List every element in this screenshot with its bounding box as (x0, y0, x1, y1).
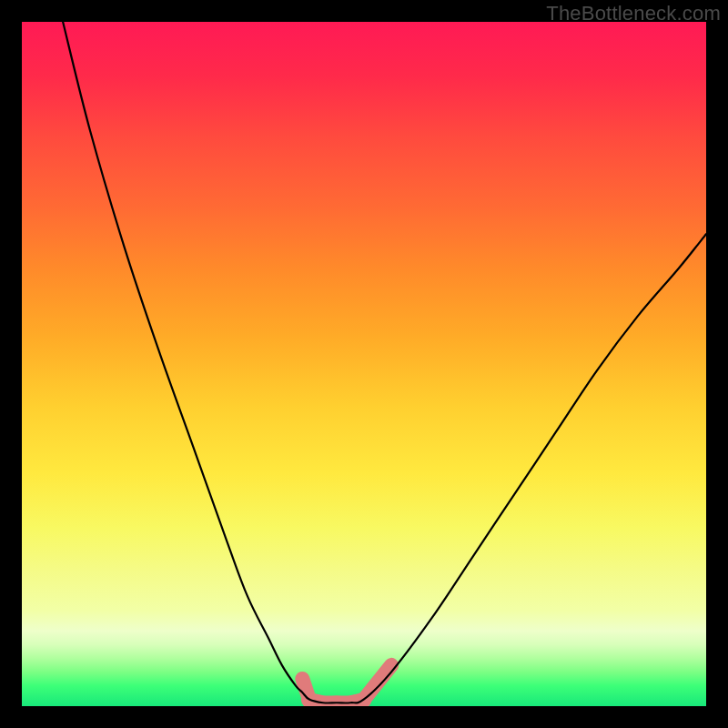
chart-frame: TheBottleneck.com (0, 0, 728, 728)
flat-region-marker (302, 665, 391, 703)
bottleneck-curve (63, 22, 706, 703)
plot-area (22, 22, 706, 706)
curve-svg (22, 22, 706, 706)
